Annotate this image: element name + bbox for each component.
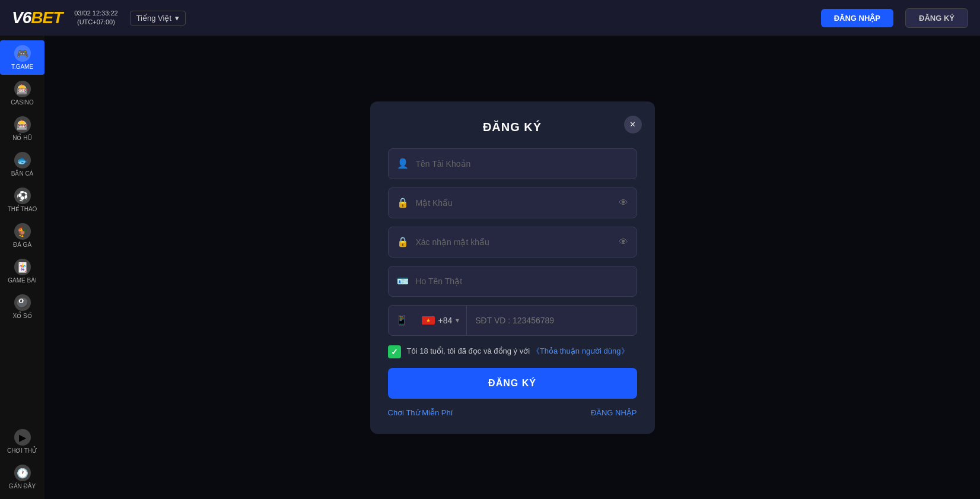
login-button[interactable]: ĐĂNG NHẬP [821, 9, 893, 27]
the-thao-icon: ⚽ [14, 187, 31, 204]
confirm-password-input[interactable] [416, 237, 612, 247]
fullname-input-wrapper: 🪪 [388, 266, 637, 297]
casino-icon: 🎰 [14, 81, 31, 97]
sidebar-item-label: CHƠI THỬ [7, 447, 37, 454]
id-card-icon: 🪪 [397, 275, 409, 287]
gan-day-icon: 🕐 [14, 465, 31, 481]
agreement-link[interactable]: 《Thỏa thuận người dùng》 [532, 347, 629, 355]
phone-group: 📱 +84 ▾ [388, 305, 637, 336]
topbar: V6BET 03/02 12:33:22 (UTC+07:00) Tiếng V… [0, 0, 980, 36]
sidebar-item-label: CASINO [11, 99, 33, 106]
agree-checkbox[interactable] [388, 345, 401, 358]
xo-so-icon: 🎱 [14, 294, 31, 311]
vietnam-flag-icon [422, 316, 435, 325]
phone-prefix-selector[interactable]: +84 ▾ [415, 306, 467, 335]
fullname-group: 🪪 [388, 266, 637, 297]
main-content: ĐĂNG KÝ × 👤 🔒 👁 🔒 👁 [44, 36, 980, 499]
choi-thu-icon: ▶ [14, 429, 31, 446]
sidebar-item-hot-game[interactable]: 🎮 T.GAME [0, 40, 44, 75]
register-submit-button[interactable]: ĐĂNG KÝ [388, 368, 637, 399]
sidebar-item-da-ga[interactable]: 🐓 ĐÁ GÀ [0, 218, 44, 253]
chevron-down-icon: ▾ [175, 14, 179, 23]
sidebar-item-label: T.GAME [11, 63, 33, 70]
confirm-password-input-wrapper: 🔒 👁 [388, 227, 637, 258]
eye-confirm-icon[interactable]: 👁 [619, 237, 628, 247]
logo-bet: BET [31, 8, 62, 27]
fullname-input[interactable] [416, 276, 628, 286]
user-icon: 👤 [397, 158, 409, 169]
close-button[interactable]: × [624, 116, 642, 134]
hot-game-icon: 🎮 [14, 45, 31, 62]
da-ga-icon: 🐓 [14, 223, 31, 240]
game-bai-icon: 🃏 [14, 259, 31, 275]
sidebar-item-no-hu[interactable]: 🎰 NỔ HŨ [0, 112, 44, 146]
agreement-row: Tôi 18 tuổi, tôi đã đọc và đồng ý với 《T… [388, 345, 637, 358]
lock-icon: 🔒 [397, 197, 409, 208]
sidebar-item-label: ĐÁ GÀ [13, 241, 31, 248]
login-link[interactable]: ĐĂNG NHẬP [591, 408, 637, 417]
ban-ca-icon: 🐟 [14, 152, 31, 169]
sidebar-item-the-thao[interactable]: ⚽ THỂ THAO [0, 183, 44, 217]
sidebar-item-xo-so[interactable]: 🎱 XỔ SỐ [0, 290, 44, 324]
username-input-wrapper: 👤 [388, 148, 637, 179]
sidebar-item-label: XỔ SỐ [12, 313, 31, 319]
modal-title: ĐĂNG KÝ [483, 120, 542, 134]
datetime-display: 03/02 12:33:22 (UTC+07:00) [74, 9, 117, 27]
phone-chevron-icon: ▾ [456, 316, 459, 325]
eye-icon[interactable]: 👁 [619, 198, 628, 208]
phone-icon: 📱 [389, 314, 415, 326]
username-input[interactable] [416, 159, 628, 169]
sidebar-item-label: NỔ HŨ [12, 135, 31, 141]
lock-confirm-icon: 🔒 [397, 236, 409, 247]
username-group: 👤 [388, 148, 637, 179]
logo-text: V6 [12, 8, 31, 27]
sidebar-item-label: THỂ THAO [8, 206, 37, 212]
modal-footer: Chơi Thử Miễn Phí ĐĂNG NHẬP [388, 408, 637, 417]
sidebar-item-label: BẮN CÁ [11, 170, 34, 177]
language-selector[interactable]: Tiếng Việt ▾ [130, 11, 186, 26]
sidebar-item-ban-ca[interactable]: 🐟 BẮN CÁ [0, 147, 44, 182]
modal-header: ĐĂNG KÝ × [388, 120, 637, 134]
no-hu-icon: 🎰 [14, 116, 31, 133]
password-input[interactable] [416, 198, 612, 208]
sidebar-item-label: GẦN ĐÂY [9, 483, 36, 490]
sidebar-item-game-bai[interactable]: 🃏 GAME BÀI [0, 254, 44, 288]
try-free-link[interactable]: Chơi Thử Miễn Phí [388, 408, 453, 417]
sidebar-item-choi-thu[interactable]: ▶ CHƠI THỬ [0, 424, 44, 459]
password-group: 🔒 👁 [388, 187, 637, 218]
register-modal: ĐĂNG KÝ × 👤 🔒 👁 🔒 👁 [370, 101, 655, 434]
sidebar-item-casino[interactable]: 🎰 CASINO [0, 76, 44, 110]
password-input-wrapper: 🔒 👁 [388, 187, 637, 218]
confirm-password-group: 🔒 👁 [388, 227, 637, 258]
logo: V6BET [12, 8, 62, 27]
phone-code: +84 [438, 316, 453, 325]
sidebar-item-gan-day[interactable]: 🕐 GẦN ĐÂY [0, 460, 44, 494]
agree-text: Tôi 18 tuổi, tôi đã đọc và đồng ý với 《T… [407, 346, 629, 357]
phone-input[interactable] [467, 316, 636, 325]
register-top-button[interactable]: ĐĂNG KÝ [905, 8, 968, 28]
phone-input-wrapper: 📱 +84 ▾ [388, 305, 637, 336]
language-label: Tiếng Việt [136, 14, 171, 23]
sidebar-item-label: GAME BÀI [8, 277, 36, 284]
sidebar: 🎮 T.GAME 🎰 CASINO 🎰 NỔ HŨ 🐟 BẮN CÁ ⚽ THỂ… [0, 36, 44, 499]
